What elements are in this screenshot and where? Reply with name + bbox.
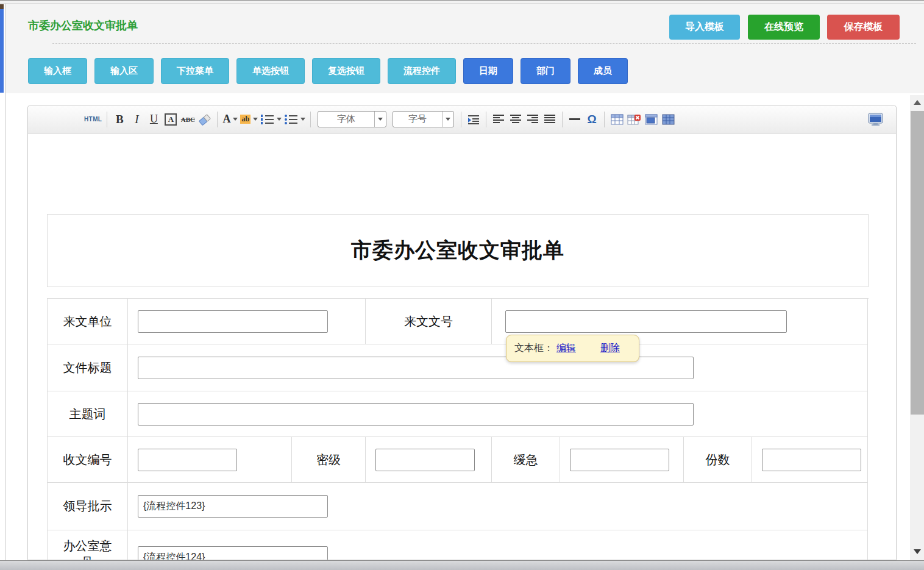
merge-cells-button[interactable] bbox=[644, 111, 658, 128]
align-justify-button[interactable] bbox=[542, 111, 557, 128]
unordered-list-button[interactable] bbox=[284, 111, 305, 128]
toolbar-separator bbox=[310, 112, 311, 127]
label-leader-remarks: 领导批示 bbox=[48, 483, 128, 530]
field-button-input-area[interactable]: 输入区 bbox=[94, 58, 154, 84]
app-panel: 市委办公室收文审批单 导入模板 在线预览 保存模板 输入框 输入区 下拉菜单 单… bbox=[5, 4, 924, 560]
ordered-list-button[interactable] bbox=[260, 111, 282, 128]
toolbar-separator bbox=[217, 112, 218, 127]
highlight-color-button[interactable]: ab bbox=[240, 111, 258, 128]
table-row: 领导批示 bbox=[48, 483, 868, 530]
cell-incoming-unit bbox=[128, 299, 366, 344]
underline-icon: U bbox=[150, 113, 158, 126]
editor-document[interactable]: 市委办公室收文审批单 来文单位 来文文号 文件标题 bbox=[28, 134, 896, 560]
left-edge-accent-dark bbox=[0, 4, 4, 9]
cell-subject-words bbox=[128, 391, 868, 437]
toolbar-separator bbox=[562, 112, 563, 127]
scrollbar-thumb[interactable] bbox=[911, 111, 924, 415]
table-row: 收文编号 密级 缓急 份数 bbox=[48, 437, 868, 483]
field-type-button-row: 输入框 输入区 下拉菜单 单选按钮 复选按钮 流程控件 日期 部门 成员 bbox=[28, 58, 628, 84]
field-button-department[interactable]: 部门 bbox=[521, 58, 570, 84]
bold-button[interactable]: B bbox=[112, 111, 127, 128]
cell-office-opinion bbox=[128, 530, 868, 560]
edit-link[interactable]: 编辑 bbox=[556, 342, 576, 355]
boxed-letter-button[interactable]: A bbox=[163, 111, 178, 128]
tooltip-label: 文本框： bbox=[514, 342, 553, 355]
copies-input[interactable] bbox=[762, 449, 861, 471]
eraser-button[interactable] bbox=[197, 111, 212, 128]
align-right-button[interactable] bbox=[525, 111, 540, 128]
font-color-button[interactable]: A bbox=[222, 111, 238, 128]
label-copies: 份数 bbox=[684, 437, 752, 483]
receipt-number-input[interactable] bbox=[138, 449, 237, 471]
incoming-unit-input[interactable] bbox=[138, 310, 328, 333]
subject-words-input[interactable] bbox=[138, 403, 694, 426]
vertical-scrollbar[interactable] bbox=[910, 95, 924, 560]
field-button-date[interactable]: 日期 bbox=[463, 58, 513, 84]
editor-toolbar: HTML B I U A ABC A ab bbox=[28, 105, 896, 134]
label-receipt-number: 收文编号 bbox=[48, 437, 128, 483]
indent-button[interactable] bbox=[466, 111, 481, 128]
urgency-input[interactable] bbox=[570, 449, 669, 471]
unordered-list-icon bbox=[284, 113, 298, 125]
horizontal-rule-button[interactable] bbox=[567, 111, 582, 128]
delete-table-button[interactable] bbox=[627, 111, 641, 128]
toolbar-separator bbox=[461, 112, 461, 127]
import-template-button[interactable]: 导入模板 bbox=[669, 15, 740, 40]
header-divider bbox=[52, 43, 916, 44]
chevron-down-icon bbox=[233, 118, 238, 121]
field-button-checkbox[interactable]: 复选按钮 bbox=[312, 58, 380, 84]
font-family-select-label: 字体 bbox=[318, 112, 374, 127]
office-opinion-input[interactable] bbox=[138, 546, 328, 560]
omega-icon: Ω bbox=[587, 113, 596, 126]
table-cells-icon bbox=[662, 114, 675, 125]
save-template-button[interactable]: 保存模板 bbox=[827, 15, 900, 40]
font-size-select[interactable]: 字号 bbox=[393, 111, 454, 127]
online-preview-button[interactable]: 在线预览 bbox=[748, 15, 820, 40]
textbox-edit-tooltip: 文本框： 编辑 删除 bbox=[506, 335, 639, 362]
triangle-down-icon bbox=[914, 549, 921, 554]
field-button-flow-control[interactable]: 流程控件 bbox=[388, 58, 456, 84]
field-button-member[interactable]: 成员 bbox=[578, 58, 628, 84]
scroll-down-arrow[interactable] bbox=[910, 546, 924, 558]
italic-button[interactable]: I bbox=[129, 111, 144, 128]
doc-number-input[interactable] bbox=[505, 310, 787, 333]
insert-table-button[interactable] bbox=[609, 111, 624, 128]
chevron-down-icon bbox=[374, 112, 386, 127]
align-left-icon bbox=[492, 114, 505, 124]
font-family-select[interactable]: 字体 bbox=[318, 111, 386, 127]
page-title: 市委办公室收文审批单 bbox=[28, 18, 138, 33]
html-source-icon: HTML bbox=[84, 116, 102, 123]
cell-leader-remarks bbox=[128, 483, 868, 530]
special-char-button[interactable]: Ω bbox=[585, 111, 599, 128]
html-source-button[interactable]: HTML bbox=[84, 111, 102, 128]
cell-receipt-number bbox=[128, 437, 292, 483]
chevron-down-icon bbox=[253, 118, 258, 121]
field-button-dropdown-menu[interactable]: 下拉菜单 bbox=[161, 58, 229, 84]
delete-table-icon bbox=[627, 114, 641, 125]
align-right-icon bbox=[527, 114, 539, 124]
eraser-icon bbox=[198, 113, 211, 126]
strikethrough-icon: ABC bbox=[181, 116, 195, 123]
field-button-radio[interactable]: 单选按钮 bbox=[236, 58, 305, 84]
table-cells-button[interactable] bbox=[661, 111, 675, 128]
table-row: 办公室意见 bbox=[48, 530, 868, 560]
field-button-input-box[interactable]: 输入框 bbox=[28, 58, 87, 84]
strikethrough-button[interactable]: ABC bbox=[180, 111, 195, 128]
align-left-button[interactable] bbox=[491, 111, 506, 128]
secrecy-level-input[interactable] bbox=[375, 449, 475, 471]
delete-link[interactable]: 删除 bbox=[600, 342, 620, 355]
merge-cells-icon bbox=[645, 114, 658, 125]
label-subject-words: 主题词 bbox=[48, 391, 128, 437]
left-edge-accent-blue bbox=[0, 9, 4, 93]
label-office-opinion: 办公室意见 bbox=[48, 530, 128, 560]
italic-icon: I bbox=[135, 113, 138, 126]
leader-remarks-input[interactable] bbox=[138, 495, 328, 518]
fullscreen-button[interactable] bbox=[868, 111, 884, 128]
cell-secrecy-level bbox=[366, 437, 492, 483]
underline-button[interactable]: U bbox=[146, 111, 161, 128]
label-doc-number: 来文文号 bbox=[366, 299, 492, 344]
align-center-icon bbox=[510, 114, 522, 124]
scroll-up-arrow[interactable] bbox=[910, 95, 924, 110]
table-row: 来文单位 来文文号 bbox=[48, 299, 868, 344]
align-center-button[interactable] bbox=[508, 111, 523, 128]
